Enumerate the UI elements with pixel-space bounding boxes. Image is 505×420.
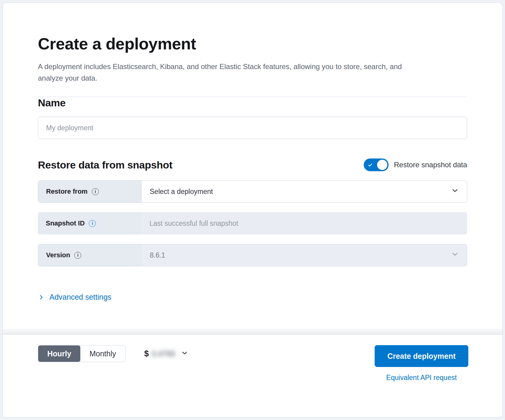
snapshot-id-label: Snapshot ID bbox=[46, 219, 85, 227]
restore-toggle-group: Restore snapshot data bbox=[364, 158, 467, 171]
price-dropdown[interactable]: $ 0.4793 bbox=[144, 345, 189, 362]
billing-hourly-button[interactable]: Hourly bbox=[38, 345, 80, 362]
version-label: Version bbox=[46, 251, 70, 259]
restore-section-heading: Restore data from snapshot bbox=[38, 159, 172, 171]
restore-from-label-cell: Restore from i bbox=[38, 181, 142, 202]
restore-form-rows: Restore from i Select a deployment Snaps… bbox=[38, 180, 467, 266]
restore-toggle-label: Restore snapshot data bbox=[394, 161, 467, 169]
chevron-down-icon bbox=[451, 187, 459, 196]
chevron-down-icon bbox=[451, 250, 459, 260]
snapshot-id-row: Snapshot ID i Last successful full snaps… bbox=[38, 212, 467, 235]
footer-actions: Create deployment Equivalent API request bbox=[375, 345, 468, 382]
chevron-right-icon bbox=[38, 294, 45, 301]
billing-interval-toggle: Hourly Monthly bbox=[38, 345, 125, 362]
page-subtitle: A deployment includes Elasticsearch, Kib… bbox=[38, 61, 429, 84]
restore-section-header: Restore data from snapshot Restore snaps… bbox=[38, 158, 467, 171]
version-row: Version i 8.6.1 bbox=[38, 244, 467, 266]
snapshot-id-label-cell: Snapshot ID i bbox=[38, 212, 142, 235]
create-deployment-button[interactable]: Create deployment bbox=[375, 345, 468, 367]
equivalent-api-request-link[interactable]: Equivalent API request bbox=[386, 374, 457, 382]
footer-gap bbox=[3, 329, 502, 335]
version-select: 8.6.1 bbox=[142, 244, 467, 266]
snapshot-id-placeholder: Last successful full snapshot bbox=[149, 219, 238, 228]
footer-bar: Hourly Monthly $ 0.4793 Create deploymen… bbox=[3, 335, 502, 417]
price-value-blurred: 0.4793 bbox=[152, 349, 175, 358]
restore-from-select[interactable]: Select a deployment bbox=[142, 181, 467, 202]
restore-from-select-value: Select a deployment bbox=[150, 188, 213, 196]
name-section-heading: Name bbox=[38, 97, 467, 109]
info-icon[interactable]: i bbox=[89, 220, 96, 227]
deployment-name-input[interactable] bbox=[38, 117, 467, 139]
restore-snapshot-toggle[interactable] bbox=[364, 158, 389, 171]
version-label-cell: Version i bbox=[38, 244, 142, 266]
advanced-settings-link[interactable]: Advanced settings bbox=[38, 293, 111, 302]
info-icon[interactable]: i bbox=[74, 252, 81, 259]
snapshot-id-input: Last successful full snapshot bbox=[142, 212, 467, 235]
info-icon[interactable]: i bbox=[92, 188, 99, 195]
toggle-knob bbox=[377, 160, 387, 170]
page-title: Create a deployment bbox=[38, 34, 467, 53]
restore-from-row: Restore from i Select a deployment bbox=[38, 180, 467, 203]
version-select-value: 8.6.1 bbox=[150, 251, 165, 259]
restore-from-label: Restore from bbox=[46, 188, 88, 195]
price-currency: $ bbox=[144, 349, 149, 358]
create-deployment-card: Create a deployment A deployment include… bbox=[2, 2, 503, 418]
main-content: Create a deployment A deployment include… bbox=[3, 3, 502, 329]
chevron-down-icon bbox=[181, 349, 188, 358]
check-icon bbox=[368, 162, 373, 169]
advanced-settings-label: Advanced settings bbox=[49, 293, 111, 302]
billing-monthly-button[interactable]: Monthly bbox=[80, 345, 125, 362]
